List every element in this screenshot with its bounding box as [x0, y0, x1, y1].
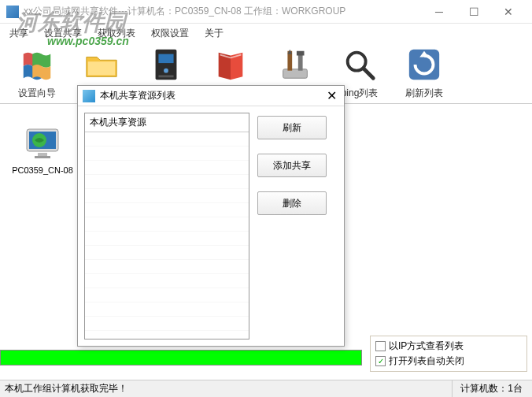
- computer-label: PC0359_CN-08: [12, 165, 73, 175]
- add-share-button[interactable]: 添加共享: [257, 154, 327, 177]
- progress-bar: [0, 350, 362, 365]
- refresh-button[interactable]: 刷新: [257, 116, 327, 139]
- delete-button[interactable]: 删除: [257, 191, 327, 215]
- dialog-buttons: 刷新 添加共享 删除: [257, 113, 327, 339]
- menu-about[interactable]: 关于: [200, 25, 228, 42]
- server-icon: [147, 46, 185, 83]
- window-titlebar: xx公司局域网共享软件---计算机名：PC0359_CN-08 工作组：WORK…: [0, 0, 532, 24]
- status-count: 计算机数：1台: [452, 380, 532, 397]
- listbox-header: 本机共享资源: [85, 113, 249, 132]
- dialog-icon: [83, 90, 95, 102]
- tool-label: ping列表: [342, 87, 379, 100]
- computer-item[interactable]: PC0359_CN-08: [11, 124, 74, 175]
- tool-label: 设置向导: [18, 87, 56, 100]
- svg-rect-16: [35, 156, 50, 158]
- ip-mode-label: 以IP方式查看列表: [389, 339, 464, 353]
- view-options: 以IP方式查看列表 ✓ 打开列表自动关闭: [370, 336, 527, 372]
- svg-rect-2: [158, 54, 173, 64]
- content-area: PC0359_CN-08 本机共享资源列表 ✕ 本机共享资源 刷新 添加共享 删…: [0, 104, 532, 356]
- dialog-close-button[interactable]: ✕: [323, 88, 339, 104]
- window-controls: ─ ☐ ✕: [422, 0, 526, 24]
- svg-point-3: [164, 69, 168, 73]
- status-message: 本机工作组计算机获取完毕！: [0, 382, 452, 395]
- svg-rect-15: [38, 153, 47, 156]
- checkbox-icon: ✓: [375, 356, 386, 366]
- auto-close-checkbox-row[interactable]: ✓ 打开列表自动关闭: [375, 354, 522, 369]
- menu-get-list[interactable]: 获取列表: [93, 25, 140, 42]
- app-icon: [6, 6, 19, 18]
- checkbox-icon: [375, 341, 386, 351]
- svg-rect-8: [297, 51, 305, 56]
- minimize-button[interactable]: ─: [422, 0, 456, 24]
- menu-permissions[interactable]: 权限设置: [146, 25, 194, 42]
- dialog-title: 本机共享资源列表: [100, 89, 323, 102]
- svg-rect-0: [88, 61, 116, 75]
- svg-rect-4: [158, 75, 173, 77]
- tool-label: 刷新列表: [405, 87, 443, 100]
- listbox-rows: [85, 132, 249, 337]
- magnify-icon: [341, 46, 379, 83]
- svg-rect-5: [283, 69, 308, 79]
- monitor-icon: [24, 124, 61, 162]
- dialog-body: 本机共享资源 刷新 添加共享 删除: [78, 106, 344, 346]
- menu-set-share[interactable]: 设置共享: [39, 25, 87, 42]
- refresh-icon: [405, 46, 443, 83]
- tools-icon: [276, 46, 314, 83]
- winflag-icon: [18, 46, 56, 83]
- auto-close-label: 打开列表自动关闭: [389, 354, 464, 368]
- svg-line-10: [364, 69, 373, 78]
- window-title: xx公司局域网共享软件---计算机名：PC0359_CN-08 工作组：WORK…: [24, 5, 422, 18]
- folder-icon: [83, 46, 120, 83]
- dialog-titlebar[interactable]: 本机共享资源列表 ✕: [78, 86, 344, 106]
- book-icon: [212, 46, 249, 83]
- tool-refresh-list[interactable]: 刷新列表: [393, 43, 455, 103]
- share-listbox[interactable]: 本机共享资源: [84, 113, 249, 339]
- menubar: 共享 设置共享 获取列表 权限设置 关于: [0, 24, 532, 43]
- statusbar: 本机工作组计算机获取完毕！ 计算机数：1台: [0, 380, 532, 397]
- tool-setup-wizard[interactable]: 设置向导: [6, 43, 68, 103]
- menu-share[interactable]: 共享: [5, 25, 33, 42]
- maximize-button[interactable]: ☐: [456, 0, 491, 24]
- ip-mode-checkbox-row[interactable]: 以IP方式查看列表: [375, 339, 522, 354]
- share-resources-dialog: 本机共享资源列表 ✕ 本机共享资源 刷新 添加共享 删除: [77, 85, 345, 347]
- close-button[interactable]: ✕: [491, 0, 526, 24]
